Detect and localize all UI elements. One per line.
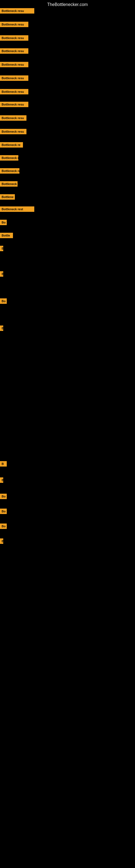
bottleneck-item-15: Bottlene (0, 194, 15, 199)
bottleneck-item-4: Bottleneck resu (0, 48, 28, 54)
bottleneck-item-25: Bo (0, 494, 7, 499)
bottleneck-item-6: Bottleneck resu (0, 75, 28, 81)
bottleneck-item-5: Bottleneck resu (0, 62, 28, 67)
bottleneck-item-26: Bo (0, 508, 7, 514)
bottleneck-item-17: Bo (0, 220, 7, 225)
bottleneck-item-3: Bottleneck resu (0, 35, 28, 41)
site-title: TheBottlenecker.com (0, 0, 135, 9)
bottleneck-item-11: Bottleneck re (0, 142, 23, 148)
bottleneck-item-23: B (0, 461, 7, 467)
bottleneck-item-24: B (0, 477, 3, 483)
bottleneck-item-20: B (0, 271, 3, 277)
bottleneck-item-14: Bottleneck r (0, 181, 17, 187)
bottleneck-item-12: Bottleneck r (0, 155, 18, 161)
bottleneck-item-27: Bo (0, 524, 7, 529)
bottleneck-item-2: Bottleneck resu (0, 22, 28, 27)
bottleneck-item-16: Bottleneck rest (0, 207, 34, 212)
bottleneck-item-21: Bo (0, 299, 7, 304)
bottleneck-item-19: B (0, 246, 3, 251)
bottleneck-item-13: Bottleneck re (0, 168, 19, 174)
bottleneck-item-8: Bottleneck resu (0, 102, 28, 107)
bottleneck-item-1: Bottleneck resu (0, 8, 34, 13)
bottleneck-item-10: Bottleneck resu (0, 129, 27, 134)
bottleneck-item-7: Bottleneck resu (0, 89, 28, 94)
bottleneck-item-18: Bottle (0, 233, 13, 238)
bottleneck-item-22: B (0, 326, 3, 331)
bottleneck-item-9: Bottleneck resu (0, 115, 27, 121)
bottleneck-item-28: B (0, 538, 3, 544)
